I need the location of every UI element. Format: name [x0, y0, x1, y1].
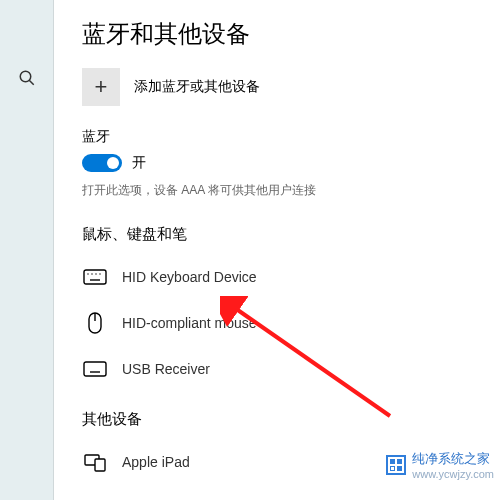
- section-hid-title: 鼠标、键盘和笔: [82, 225, 472, 244]
- svg-rect-13: [95, 459, 105, 471]
- add-device-row[interactable]: + 添加蓝牙或其他设备: [82, 68, 472, 106]
- add-device-label: 添加蓝牙或其他设备: [134, 78, 260, 96]
- search-icon: [18, 69, 36, 87]
- section-other-title: 其他设备: [82, 410, 472, 429]
- keyboard-icon: [82, 356, 108, 382]
- bluetooth-hint: 打开此选项，设备 AAA 将可供其他用户连接: [82, 182, 472, 199]
- bluetooth-toggle[interactable]: [82, 154, 122, 172]
- device-label: Apple iPad: [122, 454, 190, 470]
- headset-icon: [82, 495, 108, 500]
- device-keyboard[interactable]: HID Keyboard Device: [82, 254, 472, 300]
- device-label: HID-compliant mouse: [122, 315, 257, 331]
- svg-line-1: [29, 80, 34, 85]
- device-label: HID Keyboard Device: [122, 269, 257, 285]
- device-label: USB Receiver: [122, 361, 210, 377]
- device-mouse[interactable]: HID-compliant mouse: [82, 300, 472, 346]
- add-device-tile[interactable]: +: [82, 68, 120, 106]
- svg-rect-2: [84, 270, 106, 284]
- page-title: 蓝牙和其他设备: [82, 18, 472, 50]
- mouse-icon: [82, 310, 108, 336]
- device-ipad[interactable]: Apple iPad: [82, 439, 472, 485]
- svg-point-0: [20, 71, 31, 82]
- device-headset[interactable]: are you ok: [82, 485, 472, 500]
- bluetooth-state-label: 开: [132, 154, 146, 172]
- bluetooth-subheading: 蓝牙: [82, 128, 472, 146]
- main-panel: 蓝牙和其他设备 + 添加蓝牙或其他设备 蓝牙 开 打开此选项，设备 AAA 将可…: [54, 0, 500, 500]
- device-usb-receiver[interactable]: USB Receiver: [82, 346, 472, 392]
- plus-icon: +: [95, 74, 108, 100]
- bluetooth-toggle-row: 开: [82, 154, 472, 172]
- device-icon: [82, 449, 108, 475]
- sidebar: [0, 0, 54, 500]
- svg-rect-10: [84, 362, 106, 376]
- keyboard-icon: [82, 264, 108, 290]
- toggle-knob: [107, 157, 119, 169]
- search-button[interactable]: [9, 60, 45, 96]
